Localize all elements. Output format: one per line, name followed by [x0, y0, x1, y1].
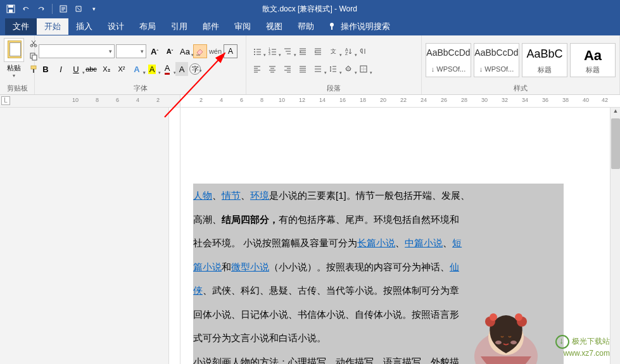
align-left-button[interactable]	[250, 62, 264, 76]
line-spacing-button[interactable]	[326, 62, 340, 76]
enclose-char-button[interactable]: 字	[189, 63, 201, 75]
save-button[interactable]	[4, 2, 18, 16]
font-color-button[interactable]: A	[160, 62, 174, 76]
tell-me-label: 操作说明搜索	[341, 21, 390, 32]
link-qingjie[interactable]: 情节	[222, 190, 241, 201]
left-gutter	[0, 108, 180, 364]
style-item-2[interactable]: AaBbCcDd↓ WPSOf...	[474, 43, 519, 77]
ribbon-tabs: 文件 开始 插入 设计 布局 引用 邮件 审阅 视图 帮助 操作说明搜索	[0, 18, 620, 35]
svg-point-14	[254, 54, 255, 55]
font-name-combo[interactable]	[39, 44, 115, 58]
decrease-indent-button[interactable]	[296, 44, 310, 58]
svg-point-26	[490, 313, 497, 321]
svg-point-4	[330, 23, 334, 27]
tab-references[interactable]: 引用	[163, 18, 195, 35]
distribute-button[interactable]	[311, 62, 325, 76]
tab-help[interactable]: 帮助	[290, 18, 322, 35]
borders-button[interactable]	[357, 62, 370, 76]
text-effects-button[interactable]: A	[130, 62, 144, 76]
italic-button[interactable]: I	[54, 62, 68, 76]
style-item-4[interactable]: Aa标题	[570, 43, 616, 77]
vertical-scrollbar[interactable]: ▲	[610, 108, 620, 364]
style-item-1[interactable]: AaBbCcDd↓ WPSOf...	[426, 43, 471, 77]
bold-button[interactable]: B	[39, 62, 53, 76]
link-huanjing[interactable]: 环境	[250, 190, 269, 201]
paste-button[interactable]: 粘贴 ▾	[4, 38, 24, 78]
paste-icon	[4, 38, 24, 62]
font-size-combo[interactable]	[116, 44, 146, 58]
scroll-up-button[interactable]: ▲	[611, 108, 620, 118]
char-border-button[interactable]: A	[224, 44, 237, 58]
link-weixing[interactable]: 微型小说	[231, 261, 269, 272]
superscript-button[interactable]: X²	[115, 62, 129, 76]
quick-access-toolbar: ▾	[0, 2, 101, 16]
link-xia[interactable]: 侠	[193, 285, 203, 296]
svg-point-12	[254, 49, 255, 50]
highlight-button[interactable]: A	[145, 62, 159, 76]
svg-point-28	[495, 341, 502, 344]
asian-layout-button[interactable]: 文	[326, 44, 340, 58]
tab-review[interactable]: 审阅	[227, 18, 258, 35]
grow-font-button[interactable]: Aˆ	[148, 44, 161, 58]
document-page[interactable]: 人物、情节、环境是小说的三要素[1]。情节一般包括开端、发展、 高潮、结局四部分…	[180, 108, 620, 364]
qat-extra-1[interactable]	[56, 2, 70, 16]
svg-point-13	[254, 51, 255, 53]
link-pianxiaoshuo[interactable]: 篇小说	[193, 261, 222, 272]
horizontal-ruler[interactable]: L 10 8 6 4 2 2 4 6 8 10 12 14 16 18 20 2…	[0, 95, 620, 108]
tab-layout[interactable]: 布局	[132, 18, 163, 35]
title-bar: ▾ 散文.docx [兼容模式] - Word	[0, 0, 620, 18]
qat-customize[interactable]: ▾	[87, 2, 101, 16]
underline-button[interactable]: U	[69, 62, 83, 76]
tab-selector[interactable]: L	[1, 96, 10, 105]
justify-button[interactable]	[296, 62, 310, 76]
qat-extra-2[interactable]	[72, 2, 85, 16]
increase-indent-button[interactable]	[311, 44, 325, 58]
ribbon: 粘贴 ▾ 剪贴板 Aˆ Aˇ Aa wén	[0, 35, 620, 95]
shrink-font-button[interactable]: Aˇ	[163, 44, 177, 58]
style-item-3[interactable]: AaBbC标题	[522, 43, 567, 77]
link-renwu[interactable]: 人物	[193, 190, 212, 201]
watermark-logo-icon	[555, 335, 569, 349]
paragraph-group-label: 段落	[250, 82, 417, 94]
bullets-button[interactable]	[250, 44, 264, 58]
clear-format-button[interactable]	[193, 44, 207, 58]
svg-text:3: 3	[269, 52, 270, 56]
change-case-button[interactable]: Aa	[178, 44, 192, 58]
show-marks-button[interactable]	[357, 44, 370, 58]
char-shading-button[interactable]: A	[175, 62, 188, 76]
group-clipboard: 粘贴 ▾ 剪贴板	[0, 35, 35, 94]
decorative-image	[455, 293, 557, 364]
strikethrough-button[interactable]: abc	[84, 62, 98, 76]
svg-rect-11	[33, 69, 34, 73]
tell-me-search[interactable]: 操作说明搜索	[328, 21, 390, 32]
scroll-thumb[interactable]	[611, 118, 620, 169]
shading-button[interactable]	[341, 62, 355, 76]
multilevel-list-button[interactable]	[281, 44, 294, 58]
redo-button[interactable]	[34, 2, 48, 16]
tab-insert[interactable]: 插入	[68, 18, 100, 35]
vertical-ruler[interactable]	[168, 108, 180, 364]
align-center-button[interactable]	[265, 62, 279, 76]
tab-mail[interactable]: 邮件	[195, 18, 227, 35]
tab-file[interactable]: 文件	[5, 18, 37, 35]
svg-text:Z: Z	[345, 51, 348, 56]
svg-text:文: 文	[331, 48, 336, 54]
link-xian[interactable]: 仙	[450, 261, 459, 272]
svg-rect-2	[9, 9, 13, 13]
group-paragraph: 123 文 AZ	[246, 35, 422, 94]
tab-view[interactable]: 视图	[258, 18, 290, 35]
sort-button[interactable]: AZ	[341, 44, 355, 58]
watermark: 极光下载站 www.xz7.com	[555, 335, 610, 358]
subscript-button[interactable]: X₂	[99, 62, 113, 76]
align-right-button[interactable]	[281, 62, 294, 76]
font-group-label: 字体	[39, 82, 242, 94]
link-zhongpian[interactable]: 中篇小说	[405, 237, 443, 248]
numbering-button[interactable]: 123	[265, 44, 279, 58]
link-changpian[interactable]: 长篇小说	[357, 237, 395, 248]
link-duan[interactable]: 短	[452, 237, 462, 248]
undo-button[interactable]	[19, 2, 33, 16]
phonetic-guide-button[interactable]: wén	[208, 44, 222, 58]
tab-home[interactable]: 开始	[37, 18, 68, 35]
clipboard-group-label: 剪贴板	[4, 82, 30, 94]
tab-design[interactable]: 设计	[100, 18, 132, 35]
